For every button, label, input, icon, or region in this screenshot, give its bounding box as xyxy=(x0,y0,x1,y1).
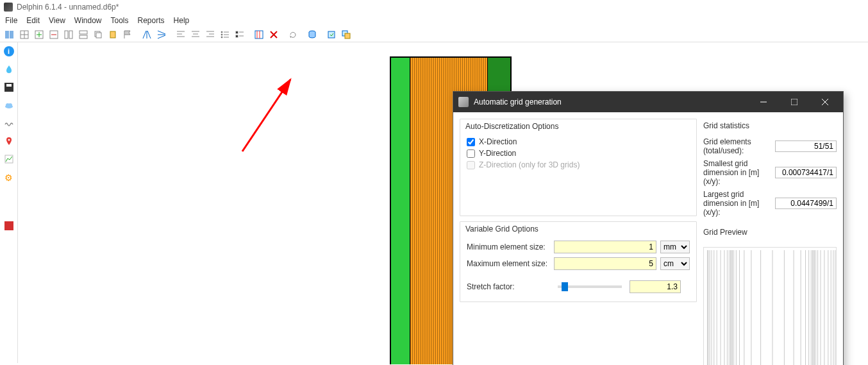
grid-remove-icon[interactable] xyxy=(47,28,61,41)
delete-grid-icon[interactable] xyxy=(267,28,281,41)
menu-reports[interactable]: Reports xyxy=(134,15,169,26)
z-direction-input xyxy=(467,161,475,169)
svg-rect-40 xyxy=(255,31,263,38)
refresh-icon[interactable] xyxy=(324,28,338,41)
stats-largest-label: Largest grid dimension in [m] (x/y): xyxy=(703,190,771,217)
align-right-icon[interactable] xyxy=(203,28,217,41)
stats-largest-value: 0.0447499/1 xyxy=(775,198,837,209)
svg-point-52 xyxy=(8,139,10,141)
auto-grid-dialog: Automatic grid generation Auto-Discretiz… xyxy=(453,91,844,365)
max-element-input[interactable] xyxy=(554,257,656,270)
grid-plus-icon[interactable] xyxy=(32,28,46,41)
align-left-icon[interactable] xyxy=(174,28,188,41)
min-element-unit[interactable]: mm xyxy=(660,241,690,253)
svg-point-32 xyxy=(221,34,222,35)
left-sidebar: i ⚙ xyxy=(0,42,18,363)
stats-title: Grid statistics xyxy=(703,119,837,135)
stats-total-value: 51/51 xyxy=(775,140,837,152)
svg-rect-17 xyxy=(79,35,87,38)
save-icon[interactable] xyxy=(3,81,15,94)
main-toolbar xyxy=(0,27,868,42)
svg-rect-56 xyxy=(791,99,797,105)
material-icon[interactable] xyxy=(3,219,15,232)
menu-bar: File Edit View Window Tools Reports Help xyxy=(0,14,868,27)
title-bar: Delphin 6.1.4 - unnamed.d6p* xyxy=(0,0,868,14)
layer-1[interactable] xyxy=(390,58,410,364)
dialog-title: Automatic grid generation xyxy=(474,98,746,106)
water-icon[interactable] xyxy=(3,63,15,76)
min-element-input[interactable] xyxy=(554,241,656,253)
rotate-icon[interactable] xyxy=(286,28,300,41)
flag-icon[interactable] xyxy=(121,28,135,41)
svg-rect-19 xyxy=(96,33,101,38)
minimize-button[interactable] xyxy=(751,92,776,112)
wave-icon[interactable] xyxy=(3,117,15,130)
stretch-label: Stretch factor: xyxy=(467,282,550,291)
barcode-icon[interactable] xyxy=(3,28,17,41)
grid-merge-icon[interactable] xyxy=(76,28,90,41)
refresh-all-icon[interactable] xyxy=(339,28,353,41)
var-grid-title: Variable Grid Options xyxy=(460,222,696,239)
list-icon[interactable] xyxy=(218,28,232,41)
stats-smallest-label: Smallest grid dimension in [m] (x/y): xyxy=(703,159,771,186)
chart-icon[interactable] xyxy=(3,153,15,166)
menu-window[interactable]: Window xyxy=(71,15,106,26)
svg-rect-16 xyxy=(79,31,87,34)
stats-total-label: Grid elements (total/used): xyxy=(703,137,771,155)
app-icon xyxy=(4,3,13,12)
svg-point-34 xyxy=(221,37,222,38)
cylinder-icon[interactable] xyxy=(305,28,319,41)
svg-rect-20 xyxy=(110,31,115,38)
stretch-input[interactable] xyxy=(630,280,681,293)
grid-stats-group: Grid statistics Grid elements (total/use… xyxy=(703,119,837,219)
copy-icon[interactable] xyxy=(91,28,105,41)
max-element-label: Maximum element size: xyxy=(467,259,550,268)
flip-v-icon[interactable] xyxy=(154,28,169,41)
menu-view[interactable]: View xyxy=(45,15,69,26)
svg-point-51 xyxy=(8,103,12,107)
auto-disc-title: Auto-Discretization Options xyxy=(460,119,696,136)
max-element-unit[interactable]: cm xyxy=(660,257,690,270)
align-center-icon[interactable] xyxy=(188,28,203,41)
grid-icon[interactable] xyxy=(17,28,31,41)
stats-smallest-value: 0.000734417/1 xyxy=(775,167,837,178)
map-pin-icon[interactable] xyxy=(3,135,15,148)
svg-line-54 xyxy=(242,80,290,151)
list-check-icon[interactable] xyxy=(233,28,247,41)
menu-edit[interactable]: Edit xyxy=(22,15,44,26)
auto-discretization-group: Auto-Discretization Options X-Direction … xyxy=(460,119,697,216)
menu-file[interactable]: File xyxy=(1,15,21,26)
z-direction-checkbox: Z-Direction (only for 3D grids) xyxy=(467,159,690,171)
y-direction-input[interactable] xyxy=(467,149,475,158)
svg-rect-46 xyxy=(328,31,335,38)
y-direction-checkbox[interactable]: Y-Direction xyxy=(467,148,690,159)
annotation-arrow xyxy=(230,74,306,158)
preview-title: Grid Preview xyxy=(703,225,837,242)
window-title: Delphin 6.1.4 - unnamed.d6p* xyxy=(17,3,119,12)
grid-preview xyxy=(703,247,837,365)
auto-grid-icon[interactable] xyxy=(252,28,266,41)
svg-rect-15 xyxy=(69,31,72,38)
x-direction-input[interactable] xyxy=(467,138,475,146)
variable-grid-group: Variable Grid Options Minimum element si… xyxy=(460,221,697,302)
dialog-app-icon xyxy=(458,97,469,107)
min-element-label: Minimum element size: xyxy=(467,242,550,251)
gears-icon[interactable]: ⚙ xyxy=(3,171,15,183)
menu-tools[interactable]: Tools xyxy=(107,15,133,26)
cloud-icon[interactable] xyxy=(3,99,15,112)
maximize-button[interactable] xyxy=(781,92,807,112)
grid-split-icon[interactable] xyxy=(62,28,76,41)
paste-icon[interactable] xyxy=(106,28,120,41)
svg-point-30 xyxy=(221,31,222,33)
x-direction-checkbox[interactable]: X-Direction xyxy=(467,136,690,148)
svg-rect-38 xyxy=(236,35,238,37)
close-button[interactable] xyxy=(812,92,838,112)
svg-rect-48 xyxy=(345,33,350,38)
flip-h-icon[interactable] xyxy=(140,28,154,41)
stretch-slider[interactable] xyxy=(558,285,622,288)
info-icon[interactable]: i xyxy=(3,45,15,58)
svg-rect-36 xyxy=(236,31,238,33)
svg-rect-14 xyxy=(65,31,68,38)
dialog-title-bar[interactable]: Automatic grid generation xyxy=(453,92,843,112)
menu-help[interactable]: Help xyxy=(170,15,194,26)
